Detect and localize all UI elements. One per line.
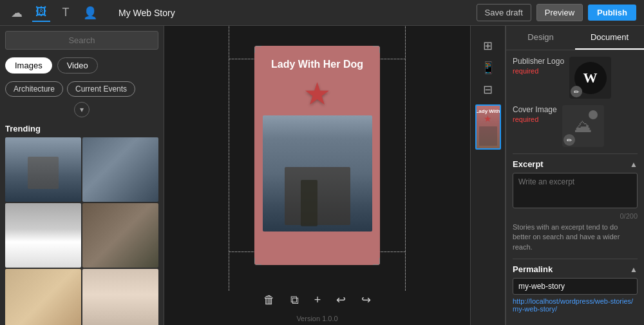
edit-logo-button[interactable]: ✏ [571, 86, 582, 97]
publisher-logo-thumbnail[interactable]: W ✏ [569, 57, 611, 99]
list-item[interactable] [5, 137, 81, 202]
cover-image-thumbnail[interactable]: ⛰ ✏ [562, 105, 604, 147]
view-buttons: ⊞ 📱 ⊟ [478, 31, 498, 104]
person-icon[interactable]: 👤 [81, 4, 99, 22]
edit-cover-button[interactable]: ✏ [564, 134, 575, 146]
sun-icon [589, 110, 598, 119]
cover-image-info: Cover Image required [513, 105, 557, 123]
publisher-logo-section: Publisher Logo required W ✏ [513, 57, 638, 99]
top-bar-left: ☁ 🖼 T 👤 My Web Story [8, 4, 175, 22]
permalink-title: Permalink [513, 264, 553, 274]
publisher-logo-area: Publisher Logo required W ✏ [513, 57, 638, 99]
list-item[interactable] [82, 203, 158, 268]
list-item[interactable] [5, 203, 81, 268]
tab-design[interactable]: Design [506, 26, 575, 50]
tab-document[interactable]: Document [575, 26, 644, 50]
permalink-slug-input[interactable] [513, 278, 638, 295]
save-draft-button[interactable]: Save draft [477, 4, 531, 21]
publisher-logo-required: required [513, 67, 564, 75]
list-item[interactable] [82, 137, 158, 202]
handle-bottom-left[interactable] [254, 258, 261, 265]
layout-view-button[interactable]: ⊟ [478, 80, 498, 99]
images-tab[interactable]: Images [5, 57, 52, 74]
copy-button[interactable]: ⧉ [287, 291, 303, 310]
preview-button[interactable]: Preview [536, 4, 583, 21]
left-panel: Images Video Architecture Current Events… [0, 26, 164, 325]
publish-button[interactable]: Publish [588, 5, 636, 21]
delete-button[interactable]: 🗑 [260, 291, 279, 310]
architecture-category[interactable]: Architecture [5, 81, 63, 97]
guide-line-right [405, 26, 406, 291]
redo-button[interactable]: ↪ [357, 290, 375, 310]
grid-view-button[interactable]: ⊞ [478, 36, 498, 55]
expand-btn: ▾ [0, 99, 164, 121]
video-tab[interactable]: Video [57, 57, 98, 74]
list-item[interactable] [82, 269, 158, 325]
story-card-title: Lady With Her Dog [263, 59, 371, 70]
trending-label: Trending [0, 121, 164, 137]
page-title: My Web Story [118, 8, 175, 18]
excerpt-count: 0/200 [513, 212, 638, 220]
permalink-header: Permalink ▲ [513, 264, 638, 274]
undo-button[interactable]: ↩ [332, 290, 350, 310]
cover-image-required: required [513, 115, 557, 123]
excerpt-textarea[interactable] [513, 173, 638, 208]
right-content: Publisher Logo required W ✏ Cover Image … [506, 50, 644, 319]
thumbnail-card[interactable]: Lady With ★ [475, 104, 501, 150]
cover-image-section: Cover Image required ⛰ ✏ [513, 105, 638, 147]
mountain-icon: ⛰ [574, 115, 592, 137]
toolbar-row: 🗑 ⧉ + ↩ ↪ [260, 285, 375, 313]
excerpt-note: Stories with an excerpt tend to do bette… [513, 222, 638, 252]
story-card[interactable]: Lady With Her Dog ★ [254, 46, 380, 265]
text-icon[interactable]: T [57, 4, 75, 22]
cloud-icon[interactable]: ☁ [8, 4, 26, 22]
guide-line-left [229, 26, 229, 291]
current-events-category[interactable]: Current Events [67, 81, 135, 97]
phone-view-button[interactable]: 📱 [478, 58, 498, 77]
image-icon[interactable]: 🖼 [32, 4, 50, 22]
story-card-wrapper: Lady With Her Dog ★ [242, 33, 393, 278]
permalink-chevron-icon[interactable]: ▲ [630, 265, 638, 274]
logo-info: Publisher Logo required [513, 57, 564, 75]
excerpt-chevron-icon[interactable]: ▲ [630, 160, 638, 169]
handle-top-left[interactable] [254, 46, 261, 53]
add-button[interactable]: + [310, 291, 325, 310]
publisher-logo-label: Publisher Logo [513, 57, 564, 66]
top-bar-actions: Save draft Preview Publish [477, 4, 636, 21]
expand-circle[interactable]: ▾ [74, 102, 90, 117]
right-panel: Design Document Publisher Logo required … [506, 26, 644, 325]
version-text: Version 1.0.0 [296, 313, 337, 325]
story-image [263, 115, 372, 231]
excerpt-title: Excerpt [513, 159, 544, 169]
main-layout: Images Video Architecture Current Events… [0, 26, 644, 325]
tab-row: Images Video [0, 55, 164, 79]
handle-top-right[interactable] [373, 46, 380, 53]
permalink-url[interactable]: http://localhost/wordpress/web-stories/m… [513, 297, 638, 313]
permalink-section: Permalink ▲ http://localhost/wordpress/w… [513, 259, 638, 313]
handle-bottom-right[interactable] [373, 258, 380, 265]
top-bar: ☁ 🖼 T 👤 My Web Story Save draft Preview … [0, 0, 644, 26]
right-tabs: Design Document [506, 26, 644, 50]
center-canvas: Lady With Her Dog ★ 🗑 ⧉ + ↩ ↪ Version 1.… [164, 26, 470, 325]
star-icon: ★ [303, 75, 331, 112]
cover-image-area: Cover Image required ⛰ ✏ [513, 105, 638, 147]
canvas-area: Lady With Her Dog ★ [164, 26, 470, 285]
cover-image-label: Cover Image [513, 105, 557, 114]
image-grid [0, 137, 164, 325]
list-item[interactable] [5, 269, 81, 325]
excerpt-section: Excerpt ▲ 0/200 Stories with an excerpt … [513, 153, 638, 252]
excerpt-header: Excerpt ▲ [513, 159, 638, 169]
category-row: Architecture Current Events [0, 79, 164, 99]
search-input[interactable] [5, 31, 158, 50]
thumbnail-strip: ⊞ 📱 ⊟ Lady With ★ [470, 26, 506, 325]
